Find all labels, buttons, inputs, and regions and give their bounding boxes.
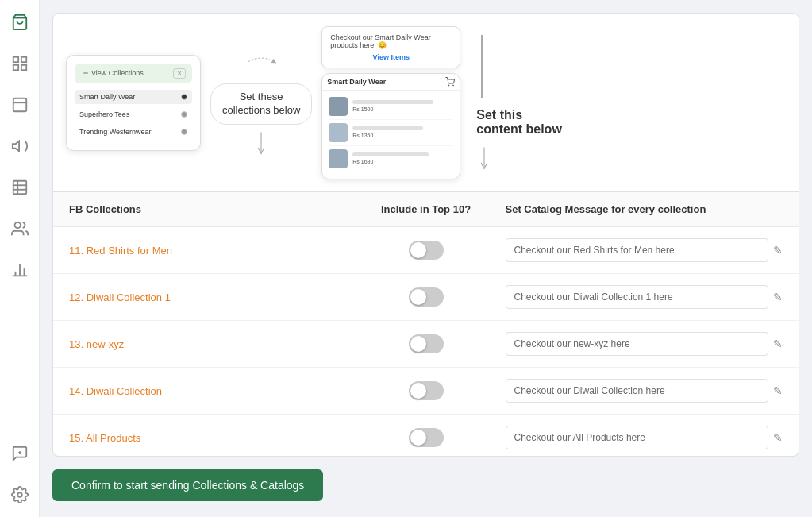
table-row: 15. All Products ✎	[53, 415, 799, 457]
collection-dot-1	[181, 94, 187, 100]
svg-point-26	[453, 85, 454, 86]
col-header-top10: Include in Top 10?	[347, 203, 506, 215]
sidebar-icon-table[interactable]	[7, 175, 33, 200]
toggle-15[interactable]	[409, 428, 444, 447]
svg-rect-3	[13, 65, 17, 70]
message-cell-14: ✎	[506, 379, 783, 403]
sidebar-icon-bag[interactable]	[7, 10, 33, 35]
message-cell-12: ✎	[506, 285, 783, 309]
message-cell-11: ✎	[506, 238, 783, 262]
toggle-11[interactable]	[409, 241, 444, 260]
product-item-3: Rs.1680	[329, 146, 453, 172]
collection-name-15: 15. All Products	[69, 432, 347, 444]
set-collections-label: Set thesecollections below	[210, 83, 312, 125]
sidebar-icon-grid[interactable]	[7, 51, 33, 76]
svg-rect-1	[13, 57, 17, 62]
svg-rect-7	[13, 181, 26, 195]
sidebar-icon-add-comment[interactable]	[7, 441, 33, 466]
confirm-area: Confirm to start sending Collections & C…	[40, 469, 812, 517]
table-row: 14. Diwali Collection ✎	[53, 368, 799, 415]
col-header-message: Set Catalog Message for every collection	[506, 203, 783, 215]
sidebar-icon-megaphone[interactable]	[7, 133, 33, 159]
message-input-15[interactable]	[506, 426, 769, 449]
svg-rect-4	[21, 65, 25, 70]
toggle-cell-13	[347, 334, 506, 353]
edit-icon-12[interactable]: ✎	[773, 291, 783, 303]
collection-name-11: 11. Red Shirts for Men	[69, 245, 347, 257]
svg-marker-6	[12, 141, 18, 152]
table-row: 13. new-xyz ✎	[53, 321, 799, 368]
table-row: 11. Red Shirts for Men ✎	[53, 227, 799, 274]
sidebar-icon-users[interactable]	[7, 216, 33, 241]
table-row: 12. Diwali Collection 1 ✎	[53, 274, 799, 321]
message-input-11[interactable]	[506, 238, 769, 262]
sidebar	[0, 0, 40, 517]
phone-left: View Collections × Smart Daily Wear Supe…	[66, 55, 201, 151]
message-cell-15: ✎	[506, 426, 783, 449]
svg-rect-2	[21, 57, 25, 62]
svg-point-11	[14, 222, 20, 228]
toggle-13[interactable]	[409, 334, 444, 353]
svg-point-25	[448, 85, 449, 86]
edit-icon-15[interactable]: ✎	[773, 431, 783, 444]
view-items-link[interactable]: View Items	[330, 53, 452, 61]
collection-name-14: 14. Diwali Collection	[69, 385, 347, 397]
edit-icon-14[interactable]: ✎	[773, 384, 783, 397]
main-content: View Collections × Smart Daily Wear Supe…	[40, 0, 812, 517]
svg-point-18	[17, 492, 22, 497]
toggle-12[interactable]	[409, 287, 444, 307]
edit-icon-11[interactable]: ✎	[773, 244, 783, 257]
col-header-collections: FB Collections	[69, 203, 347, 215]
toggle-cell-15	[347, 428, 506, 447]
phone-close-btn[interactable]: ×	[173, 68, 186, 79]
message-input-12[interactable]	[506, 285, 769, 309]
message-input-13[interactable]	[506, 332, 769, 356]
sidebar-icon-inbox[interactable]	[7, 92, 33, 118]
view-collections-label: View Collections	[91, 69, 144, 77]
table-header: FB Collections Include in Top 10? Set Ca…	[53, 192, 799, 227]
svg-rect-5	[13, 98, 26, 112]
phone-right: Smart Daily Wear Rs.1500	[321, 73, 460, 179]
sidebar-icon-settings[interactable]	[7, 482, 33, 507]
collection-item-3: Trending Westernwear	[75, 125, 192, 139]
collection-item-2: Superhero Tees	[75, 107, 192, 122]
collection-name-13: 13. new-xyz	[69, 338, 347, 350]
collections-table: FB Collections Include in Top 10? Set Ca…	[52, 192, 799, 457]
confirm-button[interactable]: Confirm to start sending Collections & C…	[52, 469, 323, 501]
sidebar-icon-chart[interactable]	[7, 257, 33, 283]
collection-dot-2	[181, 111, 187, 118]
collection-name-12: 12. Diwali Collection 1	[69, 291, 347, 303]
toggle-cell-11	[347, 241, 506, 260]
product-header-text: Smart Daily Wear	[327, 78, 386, 86]
toggle-cell-14	[347, 381, 506, 400]
toggle-14[interactable]	[409, 381, 444, 400]
phone-left-header: View Collections ×	[75, 64, 192, 83]
product-item-1: Rs.1500	[329, 94, 453, 120]
collection-dot-3	[181, 129, 187, 135]
message-input-14[interactable]	[506, 379, 769, 403]
edit-icon-13[interactable]: ✎	[773, 338, 783, 350]
message-cell-13: ✎	[506, 332, 783, 356]
toggle-cell-12	[347, 287, 506, 307]
collection-item-1: Smart Daily Wear	[75, 90, 192, 104]
preview-area: View Collections × Smart Daily Wear Supe…	[52, 13, 799, 192]
set-content-label: Set thiscontent below	[476, 102, 562, 143]
product-item-2: Rs.1350	[329, 120, 453, 146]
